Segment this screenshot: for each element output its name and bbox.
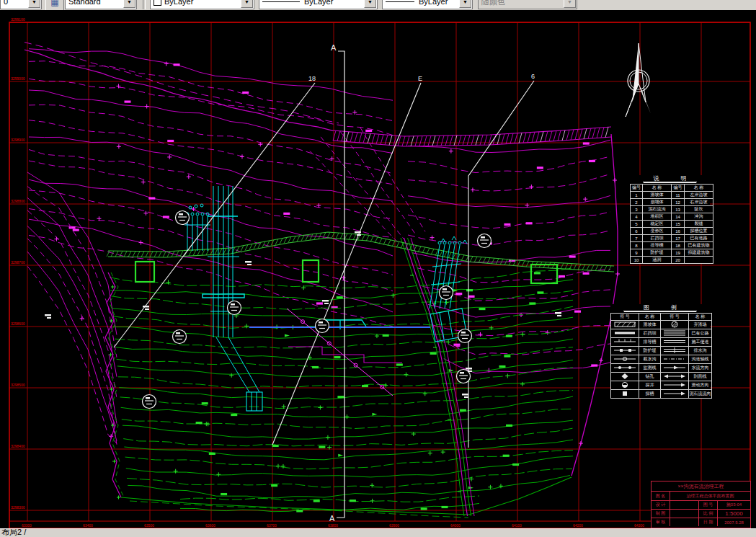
legend-cell	[611, 381, 639, 390]
linetype-combo[interactable]: ByLayer ▼	[259, 0, 378, 9]
chevron-down-icon[interactable]: ▼	[123, 0, 135, 8]
chevron-down-icon[interactable]: ▼	[241, 0, 253, 8]
arrow-line-icon	[662, 390, 687, 397]
toolbar: 0 ▼ ▦ Standard ▼ ByLayer ▼ ByLayer ▼ ByL…	[0, 0, 756, 10]
style-combo[interactable]: Standard ▼	[65, 0, 137, 9]
svg-text:3298900: 3298900	[11, 138, 25, 142]
svg-text:64200: 64200	[573, 523, 583, 528]
legend-cell: 钻孔	[639, 373, 661, 381]
legend-cell: 11	[672, 192, 685, 199]
dashdot-line-icon	[662, 355, 687, 363]
arrow-line-icon	[662, 381, 687, 389]
color-swatch-icon	[154, 0, 161, 6]
legend-cell: 涵洞	[643, 257, 672, 264]
legend-cell: 4	[631, 213, 643, 221]
svg-text:3299000: 3299000	[11, 76, 25, 81]
legend-cell: 编号	[672, 185, 685, 192]
toolbar-grid-button[interactable]: ▦	[45, 0, 64, 10]
legend-cell: 稳定区	[643, 221, 672, 228]
legend-cell: 拦挡坝	[639, 329, 661, 338]
lineweight-combo[interactable]: ByLayer ▼	[382, 0, 473, 9]
legend-numbered-title: 说 明	[643, 175, 697, 182]
drawing-name-label: 图 名	[652, 492, 670, 500]
legend-cell: 1	[631, 192, 643, 199]
title-block: ××沟泥石流治理工程 图 名 治理工程总体平面布置图 设 计 图 号 施03-0…	[651, 481, 751, 528]
thick-line-icon	[613, 329, 637, 337]
legend-cell	[661, 373, 689, 381]
legend-cell	[611, 338, 639, 347]
svg-text:63500: 63500	[144, 523, 154, 528]
legend-cell	[661, 329, 689, 338]
svg-text:64100: 64100	[512, 523, 522, 528]
legend-cell: 沟道轴线	[689, 355, 712, 364]
legend-cell: 监测线	[639, 364, 661, 373]
triple-line-icon	[662, 329, 687, 337]
legend-cell: 裂缝	[685, 221, 713, 228]
legend-cell: 左岸边坡	[685, 192, 713, 199]
tb-value	[670, 510, 699, 518]
drawing-name: 治理工程总体平面布置图	[670, 492, 750, 500]
legend-cell: 滑坡体	[639, 321, 661, 329]
legend-cell	[661, 338, 689, 347]
legend-cell	[685, 257, 713, 264]
tb-value: 施03-04	[718, 501, 750, 509]
tb-label: 日 期	[699, 518, 718, 526]
legend-cell: 施工便道	[689, 338, 712, 347]
legend-row: 5稳定区15裂缝	[631, 221, 713, 228]
legend-cell: 排水沟	[689, 347, 712, 355]
svg-text:18: 18	[308, 75, 316, 82]
svg-text:63700: 63700	[267, 523, 277, 528]
legend-cell: 探井	[639, 381, 661, 390]
color-combo[interactable]: ByLayer ▼	[150, 0, 254, 9]
legend-cell: 泥石流沟	[643, 206, 672, 213]
grid-coordinate-labels: 3299100329900032989003298800329870032986…	[11, 17, 706, 528]
legend-cell: 堆积区	[643, 213, 672, 221]
legend-cell	[661, 347, 689, 355]
legend-cell: 泥石流流向	[689, 390, 712, 399]
legend-row: 8排导槽18已有建筑物	[631, 242, 713, 249]
svg-text:3298800: 3298800	[11, 199, 25, 203]
legend-cell: 探槽	[639, 390, 661, 399]
circle-line-icon	[613, 355, 637, 363]
layout-tab[interactable]: 布局2 /	[1, 528, 26, 537]
legend-cell: 2	[631, 199, 643, 206]
legend-cell: 拦挡坝	[643, 235, 672, 242]
legend-cell: 13	[672, 206, 685, 213]
drawing-canvas[interactable]: 3299100329900032989003298800329870032986…	[0, 0, 756, 537]
tb-label: 设 计	[652, 501, 670, 509]
legend-cell	[661, 381, 689, 390]
legend-cell: 弃渣场	[689, 321, 712, 329]
svg-text:3298600: 3298600	[11, 321, 25, 326]
legend-row: 7拦挡坝17已有道路	[631, 235, 713, 242]
color-combo-value: ByLayer	[164, 0, 193, 6]
chevron-down-icon: ▼	[564, 0, 576, 8]
legend-cell	[611, 347, 639, 355]
legend-cell: 9	[631, 249, 643, 257]
legend-header-row: 符 号名 称符 号名 称	[611, 314, 712, 321]
legend-cell: 已有建筑物	[685, 242, 713, 249]
chevron-down-icon[interactable]: ▼	[364, 0, 376, 8]
legend-cell: 14	[672, 213, 685, 221]
grid-icon: ▦	[50, 0, 58, 7]
legend-cell: 变形区	[643, 228, 672, 235]
chevron-down-icon[interactable]: ▼	[459, 0, 471, 8]
tb-label: 比 例	[699, 510, 718, 518]
legend-cell	[661, 321, 689, 329]
legend-row: 6变形区16探槽位置	[631, 228, 713, 235]
layer-combo[interactable]: 0 ▼	[0, 0, 42, 9]
legend-cell: 陡坎	[685, 206, 713, 213]
svg-text:3299100: 3299100	[11, 17, 25, 22]
legend-cell	[611, 390, 639, 399]
svg-text:A: A	[331, 43, 337, 52]
legend-cell: 3	[631, 206, 643, 213]
legend-cell: 20	[672, 257, 685, 264]
legend-row: 监测线水流方向	[611, 364, 712, 373]
square-icon	[613, 390, 637, 397]
legend-cell: 截水沟	[639, 355, 661, 364]
legend-numbered-table: 说 明 编号名 称编号名 称1滑坡体11左岸边坡2崩塌体12右岸边坡3泥石流沟1…	[630, 175, 710, 264]
linetype-icon	[262, 1, 300, 2]
chevron-down-icon[interactable]: ▼	[28, 0, 40, 8]
legend-cell: 排导槽	[643, 242, 672, 249]
plotstyle-combo-value: 随颜色	[481, 0, 505, 7]
double-line-icon	[662, 338, 687, 345]
